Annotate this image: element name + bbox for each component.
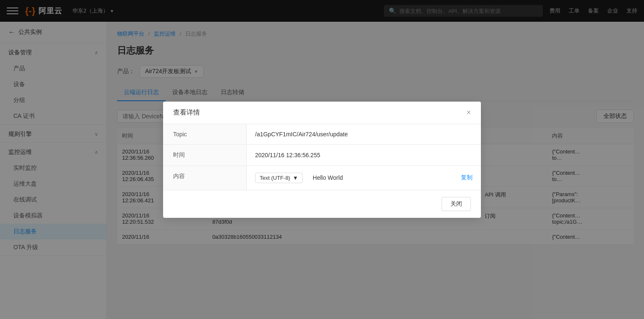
- modal-time-row: 时间 2020/11/16 12:36:56.255: [163, 145, 481, 166]
- modal-content-text: Hello World: [313, 174, 343, 181]
- modal-header: 查看详情 ×: [163, 102, 481, 124]
- modal-time-label: 时间: [163, 145, 247, 166]
- modal-overlay: 查看详情 × Topic /a1GpCYF1mIC/Air724/user/up…: [0, 0, 644, 319]
- modal-topic-value: /a1GpCYF1mIC/Air724/user/update: [247, 124, 481, 144]
- modal-copy-button[interactable]: 复制: [461, 174, 473, 181]
- modal-time-value: 2020/11/16 12:36:56.255: [247, 145, 481, 166]
- modal-body: Topic /a1GpCYF1mIC/Air724/user/update 时间…: [163, 124, 481, 190]
- content-format-select[interactable]: Text (UTF-8) ▼: [255, 173, 303, 183]
- modal-topic-text: /a1GpCYF1mIC/Air724/user/update: [255, 131, 348, 138]
- modal-topic-row: Topic /a1GpCYF1mIC/Air724/user/update: [163, 124, 481, 145]
- content-format-value: Text (UTF-8): [260, 175, 290, 181]
- modal-topic-label: Topic: [163, 124, 247, 144]
- modal-content-value: Text (UTF-8) ▼ Hello World 复制: [247, 166, 481, 190]
- modal-content-row: 内容 Text (UTF-8) ▼ Hello World 复制: [163, 166, 481, 190]
- modal-dialog: 查看详情 × Topic /a1GpCYF1mIC/Air724/user/up…: [163, 102, 481, 218]
- modal-title: 查看详情: [173, 108, 200, 117]
- content-format-arrow: ▼: [293, 175, 298, 181]
- modal-time-text: 2020/11/16 12:36:56.255: [255, 152, 320, 158]
- modal-footer: 关闭: [163, 190, 481, 218]
- modal-close-button[interactable]: ×: [466, 108, 471, 117]
- modal-close-btn[interactable]: 关闭: [442, 197, 471, 211]
- modal-content-label: 内容: [163, 166, 247, 190]
